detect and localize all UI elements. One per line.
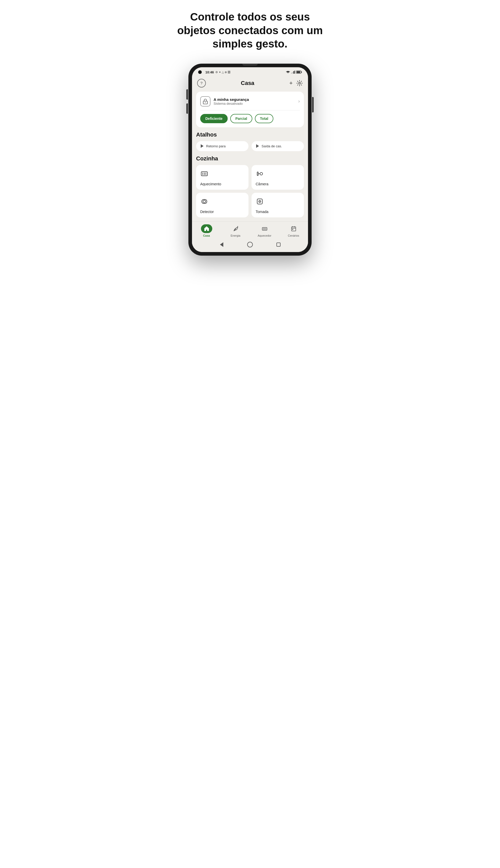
help-button[interactable]: ? [197, 79, 206, 88]
nav-cenarios-label: Cenários [288, 234, 299, 237]
cozinha-section-title: Cozinha [196, 155, 304, 162]
svg-rect-0 [291, 73, 292, 74]
shortcut-retorno[interactable]: Retorno para [196, 141, 249, 151]
nav-cenarios[interactable]: Cenários [286, 224, 301, 237]
cozinha-grid: Aquecimento Câmera [192, 165, 308, 221]
leaf-icon [233, 226, 238, 231]
svg-point-16 [203, 200, 206, 203]
recents-button[interactable] [276, 242, 281, 248]
status-right [286, 71, 302, 74]
nav-energia-icon-wrap [230, 224, 241, 233]
status-left: 10:46 ⚙ ✦ △ ⊕ 🖼 [198, 70, 230, 74]
camera-icon [255, 170, 300, 178]
page-title: Casa [241, 80, 254, 87]
mode-parcial-button[interactable]: Parcial [230, 114, 252, 123]
heater-icon [262, 226, 268, 231]
atalhos-section-title: Atalhos [196, 132, 304, 138]
system-nav [192, 239, 308, 252]
svg-point-9 [205, 102, 206, 103]
device-aquecimento[interactable]: Aquecimento [196, 165, 249, 190]
mode-buttons: Deficiente Parcial Total [200, 114, 300, 123]
detector-label: Detector [200, 210, 245, 214]
battery-icon [296, 71, 302, 74]
svg-rect-2 [293, 71, 294, 74]
security-name: A minha segurança [214, 97, 249, 102]
vol-down-button [186, 103, 188, 114]
signal-icon [291, 71, 295, 74]
device-camera[interactable]: Câmera [251, 165, 304, 190]
detector-icon [200, 197, 245, 206]
status-icons: ⚙ ✦ △ ⊕ 🖼 [215, 71, 230, 74]
status-bar: 10:46 ⚙ ✦ △ ⊕ 🖼 [192, 67, 308, 76]
svg-rect-3 [295, 71, 295, 74]
nav-aquecedor-label: Aquecedor [258, 234, 271, 237]
nav-casa[interactable]: Casa [199, 224, 214, 237]
camera-label: Câmera [255, 182, 300, 186]
nav-energia[interactable]: Energia [228, 224, 243, 237]
power-button [312, 97, 314, 112]
bottom-nav: Casa Energia [192, 221, 308, 239]
mode-deficiente-button[interactable]: Deficiente [200, 114, 228, 123]
svg-rect-29 [292, 229, 293, 230]
play-icon-2 [256, 144, 259, 148]
aquecimento-icon [200, 170, 245, 178]
svg-point-19 [260, 201, 260, 202]
lock-icon [200, 96, 211, 106]
nav-aquecedor-icon-wrap [259, 224, 270, 233]
phone-screen: 10:46 ⚙ ✦ △ ⊕ 🖼 [192, 67, 308, 252]
device-detector[interactable]: Detector [196, 193, 249, 217]
calendar-icon [291, 226, 296, 231]
vol-up-button [186, 89, 188, 100]
svg-rect-1 [292, 72, 293, 74]
shortcuts-row: Retorno para Saída de cas. [192, 141, 308, 151]
wifi-icon [286, 71, 290, 74]
security-row[interactable]: A minha segurança Sistema desativado › [200, 96, 300, 110]
shortcut-saida-label: Saída de cas. [262, 144, 282, 148]
svg-rect-25 [291, 227, 296, 231]
chevron-right-icon: › [298, 99, 300, 104]
nav-cenarios-icon-wrap [288, 224, 299, 233]
play-icon-1 [201, 144, 204, 148]
home-button[interactable] [247, 242, 253, 248]
security-info: A minha segurança Sistema desativado [200, 96, 249, 106]
aquecimento-label: Aquecimento [200, 182, 245, 186]
svg-rect-6 [297, 71, 300, 73]
tomada-icon [255, 197, 300, 206]
settings-icon[interactable] [296, 80, 303, 87]
device-tomada[interactable]: Tomada [251, 193, 304, 217]
nav-aquecedor[interactable]: Aquecedor [257, 224, 272, 237]
header-actions: + [289, 80, 303, 87]
nav-casa-icon-wrap [201, 224, 212, 233]
svg-point-7 [298, 82, 300, 84]
shortcut-saida[interactable]: Saída de cas. [251, 141, 304, 151]
nav-energia-label: Energia [231, 234, 240, 237]
status-time: 10:46 [205, 70, 214, 74]
tomada-label: Tomada [255, 210, 300, 214]
mode-total-button[interactable]: Total [255, 114, 273, 123]
shortcut-retorno-label: Retorno para [206, 144, 226, 148]
back-button[interactable] [219, 242, 224, 248]
svg-point-14 [260, 172, 263, 175]
security-card: A minha segurança Sistema desativado › D… [196, 92, 304, 127]
security-status: Sistema desativado [214, 102, 249, 105]
home-icon [204, 226, 209, 231]
security-texts: A minha segurança Sistema desativado [214, 97, 249, 105]
camera-dot [198, 70, 202, 74]
app-content: ? Casa + [192, 76, 308, 252]
phone-shell: 10:46 ⚙ ✦ △ ⊕ 🖼 [189, 64, 311, 255]
svg-rect-5 [301, 72, 302, 73]
app-header: ? Casa + [192, 76, 308, 92]
hero-title: Controle todos os seus objetos conectado… [173, 10, 327, 51]
add-button[interactable]: + [289, 80, 293, 87]
nav-casa-label: Casa [203, 234, 210, 237]
